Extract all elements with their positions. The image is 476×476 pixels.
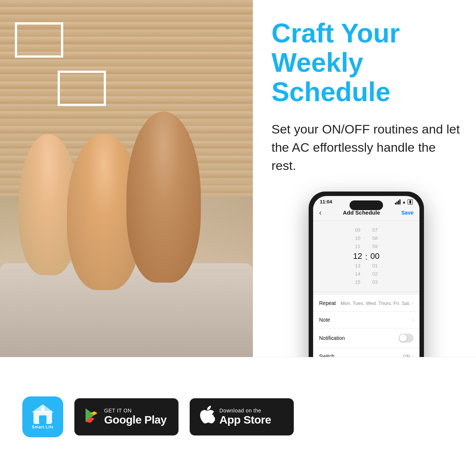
signal-icon — [395, 199, 401, 205]
app-store-main-text: App Store — [219, 414, 271, 426]
repeat-days: Mon. Tues. Wed. Thurs. Fri. Sat. — [341, 300, 410, 306]
google-play-text-group: GET IT ON Google Play — [104, 408, 167, 426]
google-play-main-text: Google Play — [104, 414, 167, 426]
min-03: 03 — [372, 278, 377, 286]
wall-frame-1 — [15, 22, 63, 58]
battery-icon: ▮ — [408, 199, 413, 205]
note-chevron-icon: › — [412, 317, 414, 323]
status-icons: ▲ ▮ — [395, 199, 413, 205]
google-play-button[interactable]: GET IT ON Google Play — [74, 398, 178, 435]
hour-10: 10 — [355, 234, 360, 242]
note-value: › — [412, 317, 414, 323]
min-57: 57 — [372, 226, 377, 234]
headline-line1: Craft Your — [271, 18, 400, 48]
min-59: 59 — [372, 242, 377, 251]
subtext: Set your ON/OFF routines and let the AC … — [271, 120, 461, 175]
apple-icon — [199, 406, 215, 428]
time-separator: : — [365, 252, 367, 262]
hour-15: 15 — [355, 278, 360, 286]
photo-background — [0, 0, 253, 357]
time-picker[interactable]: 09 10 11 12 13 14 15 : 57 58 59 — [313, 221, 419, 292]
screen-title: Add Schedule — [343, 209, 380, 216]
app-store-button[interactable]: Download on the App Store — [190, 398, 294, 435]
dynamic-island — [350, 200, 383, 210]
family-photo-panel — [0, 0, 253, 357]
smart-life-icon — [32, 404, 54, 425]
min-01: 01 — [372, 262, 377, 270]
back-button[interactable]: ‹ — [319, 208, 322, 217]
google-play-pre-text: GET IT ON — [104, 408, 167, 414]
time-picker-row: 09 10 11 12 13 14 15 : 57 58 59 — [313, 226, 419, 286]
google-play-icon — [83, 407, 100, 427]
minute-column[interactable]: 57 58 59 00 01 02 03 — [370, 226, 379, 286]
svg-rect-2 — [39, 415, 46, 424]
settings-list: Repeat Mon. Tues. Wed. Thurs. Fri. Sat. … — [313, 295, 419, 364]
app-store-pre-text: Download on the — [219, 408, 271, 414]
status-time: 11:04 — [320, 199, 332, 205]
note-label: Note — [319, 317, 330, 323]
bottom-bar: Smart Life GET IT ON Google Play Downloa… — [0, 357, 476, 476]
wifi-icon: ▲ — [402, 200, 406, 204]
note-row[interactable]: Note › — [313, 312, 419, 328]
min-00-selected: 00 — [370, 251, 379, 262]
right-content-panel: Craft Your Weekly Schedule Set your ON/O… — [253, 0, 476, 357]
min-02: 02 — [372, 270, 377, 278]
hour-12-selected: 12 — [353, 251, 362, 262]
family-area — [0, 89, 253, 357]
notification-label: Notification — [319, 335, 345, 341]
headline: Craft Your Weekly Schedule — [271, 19, 461, 107]
repeat-row[interactable]: Repeat Mon. Tues. Wed. Thurs. Fri. Sat. … — [313, 295, 419, 312]
smart-life-logo: Smart Life — [22, 396, 63, 437]
svg-point-3 — [41, 408, 45, 411]
min-58: 58 — [372, 234, 377, 242]
hour-13: 13 — [355, 262, 360, 270]
time-picker-container[interactable]: 09 10 11 12 13 14 15 : 57 58 59 — [313, 225, 419, 288]
headline-line2: Weekly — [271, 48, 363, 77]
repeat-chevron-icon: › — [412, 300, 414, 306]
headline-line3: Schedule — [271, 77, 390, 107]
hour-column[interactable]: 09 10 11 12 13 14 15 — [353, 226, 362, 286]
save-button[interactable]: Save — [401, 210, 414, 216]
hour-11: 11 — [355, 242, 360, 251]
hour-14: 14 — [355, 270, 360, 278]
repeat-value: Mon. Tues. Wed. Thurs. Fri. Sat. › — [341, 300, 414, 306]
person-dad — [126, 112, 201, 283]
repeat-label: Repeat — [319, 300, 336, 306]
hour-09: 09 — [355, 226, 360, 234]
notification-row[interactable]: Notification — [313, 328, 419, 348]
smart-life-text: Smart Life — [32, 425, 54, 429]
app-store-text-group: Download on the App Store — [219, 408, 271, 426]
notification-toggle[interactable] — [399, 334, 414, 342]
